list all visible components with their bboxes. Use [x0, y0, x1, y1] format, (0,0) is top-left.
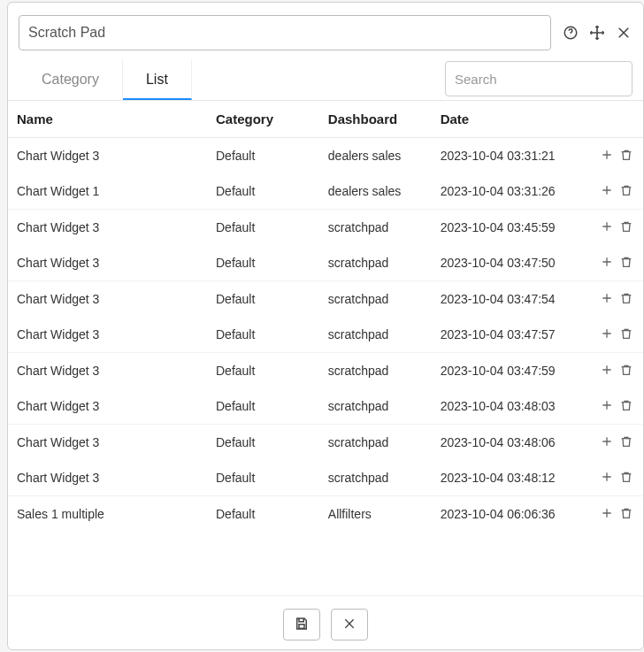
col-header-actions: [585, 101, 643, 138]
cell-category: Default: [207, 353, 319, 389]
table-row[interactable]: Chart Widget 3Defaultscratchpad2023-10-0…: [8, 460, 643, 496]
cell-name: Chart Widget 3: [8, 388, 207, 425]
cell-actions: [585, 460, 643, 496]
cell-dashboard: scratchpad: [319, 460, 432, 496]
widget-table: Name Category Dashboard Date Chart Widge…: [8, 101, 643, 532]
cell-actions: [585, 496, 643, 533]
cell-category: Default: [207, 425, 319, 461]
cell-name: Sales 1 multiple: [8, 496, 207, 533]
table-row[interactable]: Chart Widget 3Defaultscratchpad2023-10-0…: [8, 388, 643, 425]
search-input[interactable]: [445, 61, 632, 96]
tabs-row: Category List: [8, 59, 643, 100]
add-icon[interactable]: [599, 469, 615, 485]
cell-date: 2023-10-04 03:47:54: [432, 281, 586, 318]
cell-dashboard: scratchpad: [319, 388, 432, 425]
delete-icon[interactable]: [618, 469, 634, 485]
add-icon[interactable]: [599, 326, 615, 341]
save-icon: [294, 616, 310, 634]
cell-category: Default: [207, 496, 319, 533]
add-icon[interactable]: [599, 219, 615, 234]
tab-list[interactable]: List: [123, 59, 192, 100]
help-icon[interactable]: [562, 24, 579, 42]
title-input[interactable]: [19, 15, 551, 50]
delete-icon[interactable]: [618, 326, 634, 341]
cell-dashboard: scratchpad: [319, 245, 432, 281]
cell-actions: [585, 353, 643, 389]
cell-category: Default: [207, 317, 319, 353]
add-icon[interactable]: [599, 397, 615, 413]
cell-dashboard: scratchpad: [319, 281, 432, 318]
table-row[interactable]: Chart Widget 3Defaultscratchpad2023-10-0…: [8, 353, 643, 389]
cell-dashboard: scratchpad: [319, 317, 432, 353]
delete-icon[interactable]: [618, 290, 634, 306]
cell-category: Default: [207, 281, 319, 318]
cell-name: Chart Widget 3: [8, 460, 207, 496]
add-icon[interactable]: [599, 182, 615, 198]
delete-icon[interactable]: [618, 219, 634, 234]
close-icon: [342, 617, 356, 633]
add-icon[interactable]: [599, 505, 615, 521]
cell-name: Chart Widget 1: [8, 173, 207, 210]
cell-name: Chart Widget 3: [8, 317, 207, 353]
cell-date: 2023-10-04 03:47:50: [432, 245, 586, 281]
add-icon[interactable]: [599, 147, 615, 163]
table-row[interactable]: Chart Widget 3Defaultscratchpad2023-10-0…: [8, 210, 643, 246]
widget-table-container[interactable]: Name Category Dashboard Date Chart Widge…: [8, 100, 643, 595]
cell-date: 2023-10-04 03:48:12: [432, 460, 586, 496]
svg-rect-2: [299, 624, 304, 628]
cell-date: 2023-10-04 03:48:06: [432, 425, 586, 461]
save-button[interactable]: [283, 609, 320, 640]
col-header-date[interactable]: Date: [432, 101, 586, 138]
close-icon[interactable]: [615, 24, 632, 42]
cancel-button[interactable]: [331, 609, 368, 640]
col-header-category[interactable]: Category: [207, 101, 319, 138]
table-row[interactable]: Chart Widget 3Defaultscratchpad2023-10-0…: [8, 317, 643, 353]
cell-category: Default: [207, 245, 319, 281]
add-icon[interactable]: [599, 433, 615, 449]
cell-actions: [585, 138, 643, 174]
table-row[interactable]: Chart Widget 3Defaultscratchpad2023-10-0…: [8, 245, 643, 281]
cell-name: Chart Widget 3: [8, 353, 207, 389]
delete-icon[interactable]: [618, 433, 634, 449]
cell-date: 2023-10-04 03:47:57: [432, 317, 586, 353]
table-row[interactable]: Chart Widget 3Defaultdealers sales2023-1…: [8, 138, 643, 174]
delete-icon[interactable]: [618, 397, 634, 413]
table-row[interactable]: Chart Widget 3Defaultscratchpad2023-10-0…: [8, 281, 643, 318]
table-row[interactable]: Chart Widget 1Defaultdealers sales2023-1…: [8, 173, 643, 210]
cell-category: Default: [207, 138, 319, 174]
add-icon[interactable]: [599, 254, 615, 270]
delete-icon[interactable]: [618, 505, 634, 521]
delete-icon[interactable]: [618, 254, 634, 270]
cell-date: 2023-10-04 03:31:21: [432, 138, 586, 174]
svg-point-1: [571, 35, 571, 36]
cell-actions: [585, 281, 643, 318]
col-header-name[interactable]: Name: [8, 101, 207, 138]
cell-date: 2023-10-04 03:48:03: [432, 388, 586, 425]
delete-icon[interactable]: [618, 147, 634, 163]
move-icon[interactable]: [588, 24, 606, 42]
add-icon[interactable]: [599, 362, 615, 378]
table-row[interactable]: Sales 1 multipleDefaultAllfilters2023-10…: [8, 496, 643, 533]
cell-name: Chart Widget 3: [8, 210, 207, 246]
cell-date: 2023-10-04 03:47:59: [432, 353, 586, 389]
delete-icon[interactable]: [618, 362, 634, 378]
dialog-header: [8, 3, 643, 59]
cell-dashboard: dealers sales: [319, 173, 432, 210]
table-row[interactable]: Chart Widget 3Defaultscratchpad2023-10-0…: [8, 425, 643, 461]
tab-category[interactable]: Category: [19, 59, 123, 100]
cell-name: Chart Widget 3: [8, 245, 207, 281]
cell-actions: [585, 317, 643, 353]
col-header-dashboard[interactable]: Dashboard: [319, 101, 432, 138]
cell-actions: [585, 210, 643, 246]
cell-dashboard: scratchpad: [319, 425, 432, 461]
cell-category: Default: [207, 388, 319, 425]
cell-dashboard: dealers sales: [319, 138, 432, 174]
cell-name: Chart Widget 3: [8, 281, 207, 318]
delete-icon[interactable]: [618, 182, 634, 198]
add-icon[interactable]: [599, 290, 615, 306]
cell-category: Default: [207, 210, 319, 246]
cell-dashboard: Allfilters: [319, 496, 432, 533]
cell-dashboard: scratchpad: [319, 210, 432, 246]
cell-date: 2023-10-04 06:06:36: [432, 496, 586, 533]
cell-actions: [585, 173, 643, 210]
